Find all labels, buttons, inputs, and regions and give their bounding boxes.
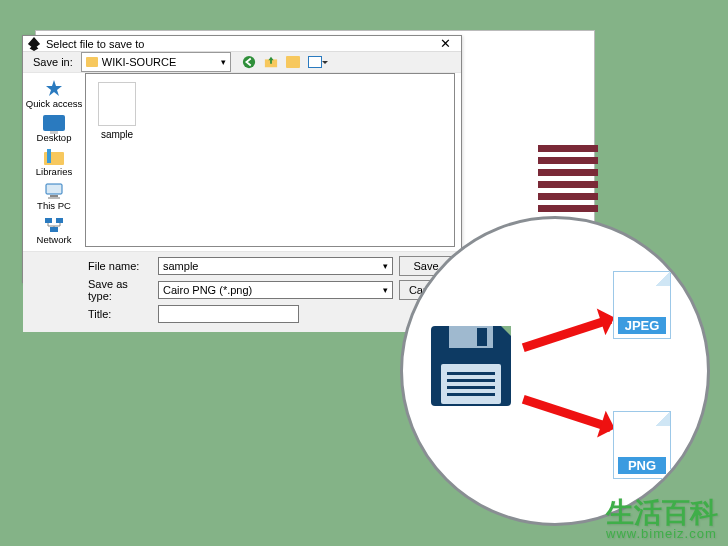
svg-rect-13 — [477, 328, 487, 346]
close-button[interactable]: ✕ — [433, 36, 457, 51]
dialog-titlebar: Select file to save to ✕ — [23, 36, 461, 52]
dialog-title: Select file to save to — [46, 38, 144, 50]
svg-rect-17 — [447, 386, 495, 389]
arrow-to-jpeg — [522, 315, 612, 352]
svg-rect-18 — [447, 393, 495, 396]
title-input[interactable] — [158, 305, 299, 323]
folder-icon — [86, 57, 98, 67]
chevron-down-icon: ▾ — [383, 285, 388, 295]
new-folder-button[interactable] — [285, 54, 301, 70]
network-icon — [44, 217, 64, 233]
jpeg-label: JPEG — [618, 317, 666, 334]
save-file-dialog: Select file to save to ✕ Save in: WIKI-S… — [22, 35, 462, 283]
place-network[interactable]: Network — [37, 217, 72, 245]
dialog-footer: File name: sample ▾ Save Save as type: C… — [23, 251, 461, 332]
place-quick-access[interactable]: Quick access — [26, 79, 83, 109]
file-thumbnail — [98, 82, 136, 126]
file-name: sample — [101, 129, 133, 140]
svg-point-1 — [243, 56, 255, 68]
svg-marker-3 — [46, 80, 62, 96]
save-as-type-dropdown[interactable]: Cairo PNG (*.png) ▾ — [158, 281, 393, 299]
watermark-url: www.bimeiz.com — [606, 527, 718, 540]
save-in-label: Save in: — [33, 56, 75, 68]
place-this-pc[interactable]: This PC — [37, 183, 71, 211]
floppy-disk-icon — [429, 324, 513, 408]
file-item[interactable]: sample — [94, 82, 140, 140]
save-in-dropdown[interactable]: WIKI-SOURCE ▾ — [81, 52, 231, 72]
watermark: 生活百科 www.bimeiz.com — [606, 499, 718, 540]
png-label: PNG — [618, 457, 666, 474]
views-icon — [308, 56, 322, 68]
places-bar: Quick access Desktop Libraries This PC — [23, 73, 85, 251]
svg-rect-16 — [447, 379, 495, 382]
chevron-down-icon: ▾ — [221, 57, 226, 67]
filename-input[interactable]: sample ▾ — [158, 257, 393, 275]
svg-marker-0 — [28, 37, 40, 51]
view-menu-button[interactable] — [307, 54, 323, 70]
svg-rect-4 — [46, 184, 62, 194]
file-list[interactable]: sample — [85, 73, 455, 247]
jpeg-file-icon: JPEG — [613, 271, 671, 339]
chevron-down-icon: ▾ — [383, 261, 388, 271]
new-folder-icon — [286, 56, 300, 68]
svg-rect-14 — [441, 364, 501, 404]
illustration-lens: JPEG PNG — [400, 216, 710, 526]
filename-label: File name: — [88, 260, 152, 272]
this-pc-icon — [44, 183, 64, 199]
up-one-level-button[interactable] — [263, 54, 279, 70]
inkscape-icon — [27, 37, 41, 51]
save-in-value: WIKI-SOURCE — [102, 56, 177, 68]
svg-rect-5 — [50, 195, 58, 197]
svg-rect-8 — [56, 218, 63, 223]
title-field-label: Title: — [88, 308, 152, 320]
libraries-icon — [44, 149, 64, 165]
arrow-to-png — [522, 395, 612, 432]
place-desktop[interactable]: Desktop — [37, 115, 72, 143]
svg-rect-7 — [45, 218, 52, 223]
svg-rect-6 — [48, 197, 60, 199]
save-as-type-label: Save as type: — [88, 278, 152, 302]
watermark-brand: 生活百科 — [606, 497, 718, 528]
svg-rect-9 — [50, 227, 58, 232]
back-button[interactable] — [241, 54, 257, 70]
png-file-icon: PNG — [613, 411, 671, 479]
desktop-icon — [43, 115, 65, 131]
quick-access-icon — [45, 79, 63, 97]
dialog-toolbar: Save in: WIKI-SOURCE ▾ — [23, 52, 461, 73]
place-libraries[interactable]: Libraries — [36, 149, 72, 177]
svg-rect-15 — [447, 372, 495, 375]
background-stripes — [538, 145, 598, 217]
